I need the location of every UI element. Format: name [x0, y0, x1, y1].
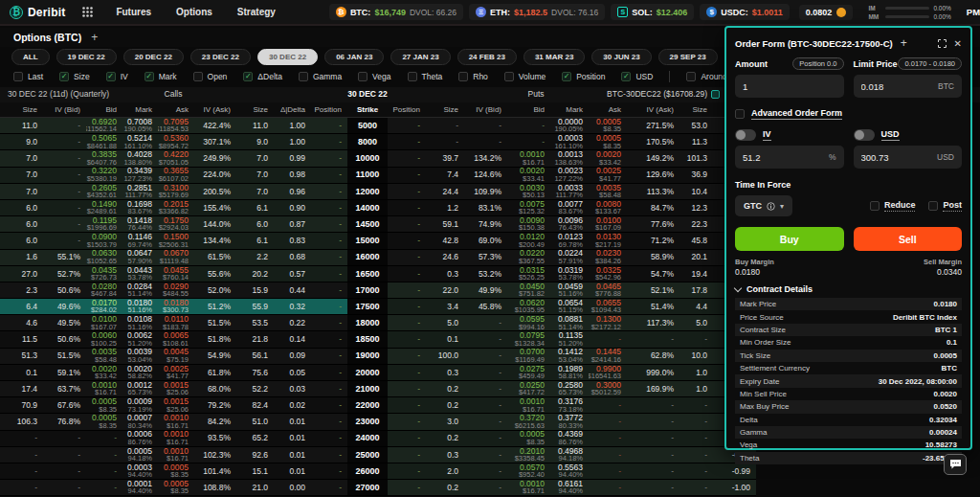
call-ask[interactable]: 0.0065$108.61 [158, 331, 194, 347]
chart-icon[interactable] [711, 90, 720, 99]
ticker-usdc[interactable]: $USDC:$1.0011 [700, 4, 790, 20]
put-ask[interactable]: - [589, 331, 627, 347]
call-bid[interactable]: 0.0280$467.84 [86, 282, 122, 298]
call-bid[interactable]: 0.3220$5380.19 [86, 168, 122, 183]
strike-14500[interactable]: 14500 [347, 216, 388, 232]
put-bid[interactable]: 0.3720$6215.63 [507, 414, 550, 429]
call-ask[interactable]: 0.0045$75.19 [158, 349, 194, 364]
put-bid[interactable]: 0.0450$751.82 [507, 282, 550, 298]
call-ask[interactable]: 0.5360$8954.72 [158, 134, 194, 149]
checkbox[interactable] [458, 72, 468, 81]
call-bid[interactable]: 0.1490$2489.61 [86, 200, 122, 215]
call-bid[interactable]: - [86, 480, 122, 495]
put-bid[interactable]: 0.0020$33.41 [507, 168, 550, 183]
option-row-17000[interactable]: 2.350.6%0.0280$467.840.028451.14%0.0290$… [0, 282, 756, 299]
call-bid[interactable]: 0.6920$11562.14 [86, 118, 122, 133]
add-instrument-icon[interactable]: + [91, 32, 98, 43]
filter-open[interactable]: Open [193, 72, 228, 81]
put-ask[interactable]: - [589, 447, 627, 463]
call-bid[interactable]: 0.5065$8461.88 [86, 134, 122, 149]
sell-button[interactable]: Sell [854, 227, 963, 251]
filter-iv[interactable]: ✓IV [106, 72, 128, 81]
tab-30-jun-23[interactable]: 30 JUN 23 [591, 49, 651, 65]
checkbox[interactable]: ✓ [145, 72, 154, 81]
call-ask[interactable]: 0.1500$2506.31 [158, 233, 194, 248]
call-ask[interactable]: 0.4220$7051.05 [158, 150, 194, 166]
call-ask[interactable]: 0.0010$16.71 [158, 431, 194, 446]
put-bid[interactable]: 0.0030$50.13 [507, 184, 550, 199]
put-ask[interactable]: 0.0230$384.26 [589, 250, 627, 265]
put-ask[interactable]: 0.0005$8.35 [589, 118, 627, 133]
checkbox[interactable]: ✓ [243, 72, 253, 81]
put-ask[interactable]: 0.0005$8.35 [589, 134, 627, 149]
option-row-23000[interactable]: 106.376.8%0.0005$8.350.000780.34%0.0010$… [0, 414, 756, 430]
call-bid[interactable]: 0.2605$4352.61 [86, 184, 122, 199]
put-ask[interactable]: - [589, 480, 627, 495]
tab-27-jan-23[interactable]: 27 JAN 23 [390, 49, 450, 65]
call-ask[interactable]: 0.2015$3366.82 [158, 200, 194, 215]
col-header-bid[interactable]: Bid [507, 105, 550, 114]
call-ask[interactable]: 0.3655$6107.02 [158, 168, 194, 183]
option-row-19000[interactable]: 51.351.5%0.0035$58.480.003953.04%0.0045$… [0, 349, 756, 365]
usd-toggle[interactable]: USD [854, 129, 963, 141]
call-bid[interactable]: 0.0100$167.07 [86, 315, 122, 330]
filter-size[interactable]: ✓Size [59, 72, 90, 81]
put-ask[interactable]: 0.0020$33.42 [589, 150, 627, 166]
option-row-20000[interactable]: 0.159.1%0.0020$33.420.002058.82%0.0025$4… [0, 365, 756, 381]
nav-strategy[interactable]: Strategy [237, 7, 276, 17]
tab-20-dec-22[interactable]: 20 DEC 22 [123, 49, 184, 65]
amount-input[interactable] [735, 81, 844, 92]
strike-23000[interactable]: 23000 [347, 414, 388, 429]
checkbox[interactable] [408, 72, 417, 81]
strike-17500[interactable]: 17500 [347, 299, 388, 314]
call-bid[interactable]: 0.0005$8.35 [86, 414, 122, 429]
time-in-force-select[interactable]: GTC ▾ [735, 195, 792, 216]
put-bid[interactable]: 0.0120$200.49 [507, 233, 550, 248]
col-header-size[interactable]: Size [426, 105, 464, 114]
option-row-18500[interactable]: 11.550.6%0.0060$100.250.006251.20%0.0065… [0, 331, 756, 348]
post-checkbox[interactable]: Post [928, 200, 962, 212]
tab-29-sep-23[interactable]: 29 SEP 23 [658, 49, 718, 65]
nav-futures[interactable]: Futures [116, 7, 151, 17]
call-ask[interactable]: 0.0010$16.71 [158, 447, 194, 463]
filter-volume[interactable]: Volume [504, 72, 546, 81]
option-row-14500[interactable]: 6.0-0.1195$1996.690.141876.44%0.1750$292… [0, 216, 756, 233]
put-bid[interactable]: 0.0700$1169.49 [507, 349, 550, 364]
col-header-iv-bid-[interactable]: IV (Bid) [464, 105, 507, 114]
option-row-18000[interactable]: 4.649.5%0.0100$167.070.010851.16%0.0110$… [0, 315, 756, 331]
advanced-order-form-toggle[interactable]: Advanced Order Form [735, 108, 962, 120]
strike-10000[interactable]: 10000 [347, 150, 388, 166]
put-ask[interactable]: - [589, 414, 627, 429]
option-row-25000[interactable]: ---0.000594.18%0.0010$16.71102.3%92.60.0… [0, 447, 756, 463]
put-bid[interactable]: 0.0090$150.38 [507, 216, 550, 232]
call-ask[interactable]: 0.0015$25.06 [158, 381, 194, 396]
contract-details-toggle[interactable]: Contract Details [735, 284, 962, 294]
col-header-bid[interactable]: Bid [86, 105, 122, 114]
option-row-21000[interactable]: 17.463.7%0.0010$16.710.001265.73%0.0015$… [0, 381, 756, 397]
call-ask[interactable]: 0.0180$300.73 [158, 299, 194, 314]
put-bid[interactable]: 0.2010$3358.45 [507, 447, 550, 463]
option-row-14000[interactable]: 6.0-0.1490$2489.610.169883.67%0.2015$336… [0, 200, 756, 216]
call-bid[interactable]: - [86, 447, 122, 463]
support-chat-button[interactable] [944, 454, 967, 475]
iv-input[interactable] [735, 152, 844, 163]
checkbox[interactable] [358, 72, 368, 81]
col-header-mark[interactable]: Mark [122, 105, 158, 114]
call-bid[interactable]: - [86, 431, 122, 446]
put-ask[interactable]: 0.0655$1094.43 [589, 299, 627, 314]
call-bid[interactable]: 0.0435$726.73 [86, 266, 122, 282]
call-bid[interactable]: 0.0170$284.02 [86, 299, 122, 314]
checkbox[interactable]: ✓ [621, 72, 631, 81]
option-row-8000[interactable]: 9.0-0.5065$8461.880.5214161.10%0.5360$89… [0, 134, 756, 150]
put-ask[interactable]: 0.1445$2414.16 [589, 349, 627, 364]
col-header-position[interactable]: Position [388, 105, 426, 114]
put-ask[interactable]: 0.0130$217.19 [589, 233, 627, 248]
strike-8000[interactable]: 8000 [347, 134, 388, 149]
put-bid[interactable]: 0.0250$417.72 [507, 381, 550, 396]
put-ask[interactable]: - [589, 431, 627, 446]
strike-18500[interactable]: 18500 [347, 331, 388, 347]
put-ask[interactable]: - [589, 463, 627, 479]
call-bid[interactable]: - [86, 463, 122, 479]
put-ask[interactable]: 0.3000$5012.59 [589, 381, 627, 396]
tab-all[interactable]: ALL [11, 49, 50, 65]
